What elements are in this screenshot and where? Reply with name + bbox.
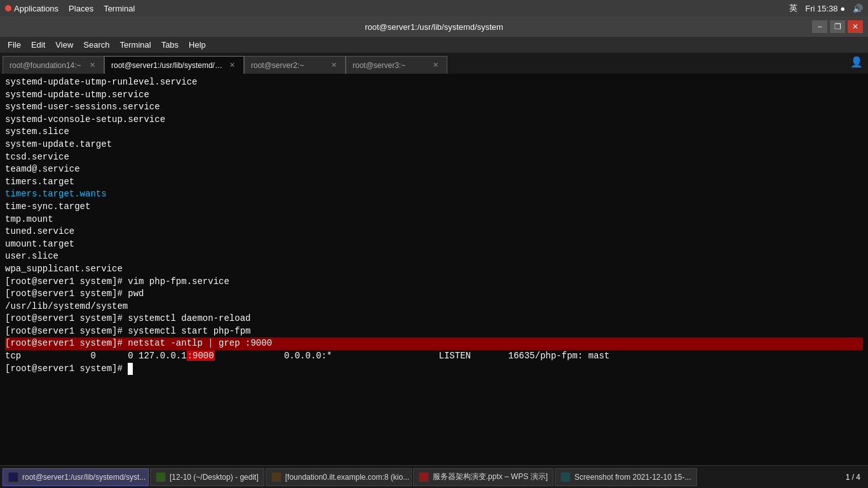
- menu-item-terminal[interactable]: Terminal: [115, 39, 156, 51]
- taskbar-label-gedit: [12-10 (~/Desktop) - gedit]: [170, 473, 259, 482]
- terminal-line: [root@server1 system]# pwd: [5, 288, 863, 301]
- menu-item-file[interactable]: File: [3, 39, 26, 51]
- taskbar-item-kio[interactable]: [foundation0.ilt.example.com:8 (kio...: [266, 468, 412, 486]
- terminal-line: [root@server1 system]# vim php-fpm.servi…: [5, 276, 863, 288]
- taskbar-icon-gedit: [156, 472, 166, 482]
- terminal-line: time-sync.target: [5, 201, 863, 214]
- terminal-line: system.slice: [5, 126, 863, 139]
- tab-server3[interactable]: root@server3:~ ✕: [346, 56, 447, 74]
- taskbar-icon-kio: [271, 472, 281, 482]
- close-button[interactable]: ✕: [848, 20, 863, 33]
- tab-label-server3: root@server3:~: [353, 61, 427, 70]
- menu-item-edit[interactable]: Edit: [26, 39, 50, 51]
- menu-item-view[interactable]: View: [50, 39, 78, 51]
- minimize-button[interactable]: −: [812, 20, 827, 33]
- taskbar-label-wps: 服务器架构演变.pptx – WPS 演示]: [433, 471, 548, 482]
- taskbar-item-gedit[interactable]: [12-10 (~/Desktop) - gedit]: [150, 468, 264, 486]
- port-highlight: :9000: [187, 351, 215, 361]
- tab-close-server2[interactable]: ✕: [329, 60, 339, 70]
- taskbar-item-screenshot[interactable]: Screenshot from 2021-12-10 15-...: [555, 468, 696, 486]
- terminal-netstat-line: tcp 0 0 127.0.0.1:9000 0.0.0.0:* LISTEN …: [5, 350, 863, 363]
- terminal-line: wpa_supplicant.service: [5, 263, 863, 276]
- title-bar: root@server1:/usr/lib/systemd/system − ❐…: [0, 17, 868, 37]
- language-indicator[interactable]: 英: [789, 3, 797, 14]
- terminal-line: [root@server1 system]# systemctl daemon-…: [5, 313, 863, 325]
- terminal-line: teamd@.service: [5, 163, 863, 176]
- terminal-line: timers.target: [5, 176, 863, 189]
- menu-item-tabs[interactable]: Tabs: [156, 39, 184, 51]
- terminal-line: systemd-update-utmp-runlevel.service: [5, 76, 863, 89]
- menu-item-search[interactable]: Search: [78, 39, 114, 51]
- window-controls: − ❐ ✕: [812, 20, 863, 33]
- new-tab-button[interactable]: 👤: [850, 56, 863, 69]
- window-title: root@server1:/usr/lib/systemd/system: [365, 22, 503, 32]
- taskbar-label-terminal: root@server1:/usr/lib/systemd/syst...: [22, 473, 146, 482]
- tab-server1[interactable]: root@server1:/usr/lib/systemd/syst... ✕: [104, 56, 244, 74]
- terminal-line: [root@server1 system]# systemctl start p…: [5, 325, 863, 338]
- places-menu[interactable]: Places: [69, 4, 93, 13]
- volume-icon[interactable]: 🔊: [853, 4, 863, 13]
- tab-label-server2: root@server2:~: [251, 61, 325, 70]
- tab-foundation14[interactable]: root@foundation14:~ ✕: [3, 56, 104, 74]
- taskbar-label-kio: [foundation0.ilt.example.com:8 (kio...: [285, 473, 409, 482]
- terminal-prompt-last: [root@server1 system]#: [5, 363, 863, 376]
- terminal-output[interactable]: systemd-update-utmp-runlevel.service sys…: [0, 74, 868, 465]
- tab-close-foundation14[interactable]: ✕: [88, 60, 97, 70]
- menu-item-help[interactable]: Help: [184, 39, 211, 51]
- terminal-line: systemd-update-utmp.service: [5, 89, 863, 102]
- terminal-line-cyan: timers.target.wants: [5, 188, 863, 201]
- terminal-line: umount.target: [5, 238, 863, 251]
- maximize-button[interactable]: ❐: [830, 20, 845, 33]
- taskbar-label-screenshot: Screenshot from 2021-12-10 15-...: [574, 473, 691, 482]
- tab-close-server1[interactable]: ✕: [227, 60, 237, 70]
- applications-menu[interactable]: Applications: [5, 4, 58, 13]
- taskbar-pager: 1 / 4: [841, 473, 865, 482]
- system-bar-right: 英 Fri 15:38 ● 🔊: [789, 3, 863, 14]
- places-label: Places: [69, 4, 93, 13]
- taskbar-item-terminal[interactable]: root@server1:/usr/lib/systemd/syst...: [3, 468, 149, 486]
- terminal-menu[interactable]: Terminal: [104, 4, 135, 13]
- tab-close-server3[interactable]: ✕: [431, 60, 440, 70]
- system-bar: Applications Places Terminal 英 Fri 15:38…: [0, 0, 868, 17]
- terminal-line-highlight: [root@server1 system]# netstat -antlp | …: [5, 337, 863, 350]
- terminal-line: user.slice: [5, 250, 863, 263]
- tabs-bar: root@foundation14:~ ✕ root@server1:/usr/…: [0, 53, 868, 74]
- terminal-line: tuned.service: [5, 226, 863, 238]
- applications-label: Applications: [14, 4, 58, 13]
- taskbar-icon-screenshot: [560, 472, 571, 482]
- tab-label-server1: root@server1:/usr/lib/systemd/syst...: [111, 61, 224, 70]
- red-dot-icon: [5, 5, 11, 11]
- tab-server2[interactable]: root@server2:~ ✕: [244, 56, 346, 74]
- terminal-line: /usr/lib/systemd/system: [5, 301, 863, 313]
- terminal-line: system-update.target: [5, 139, 863, 151]
- terminal-line: systemd-vconsole-setup.service: [5, 114, 863, 126]
- terminal-line: tcsd.service: [5, 151, 863, 164]
- taskbar-icon-wps: [419, 472, 429, 482]
- terminal-label: Terminal: [104, 4, 135, 13]
- terminal-line: tmp.mount: [5, 214, 863, 226]
- system-bar-left: Applications Places Terminal: [5, 4, 135, 13]
- terminal-line: systemd-user-sessions.service: [5, 101, 863, 114]
- taskbar-icon-terminal: [8, 472, 18, 482]
- taskbar: root@server1:/usr/lib/systemd/syst... [1…: [0, 465, 868, 488]
- menu-bar: FileEditViewSearchTerminalTabsHelp: [0, 37, 868, 53]
- tab-label-foundation14: root@foundation14:~: [10, 61, 84, 70]
- taskbar-item-wps[interactable]: 服务器架构演变.pptx – WPS 演示]: [413, 468, 553, 486]
- datetime-display: Fri 15:38 ●: [805, 4, 845, 13]
